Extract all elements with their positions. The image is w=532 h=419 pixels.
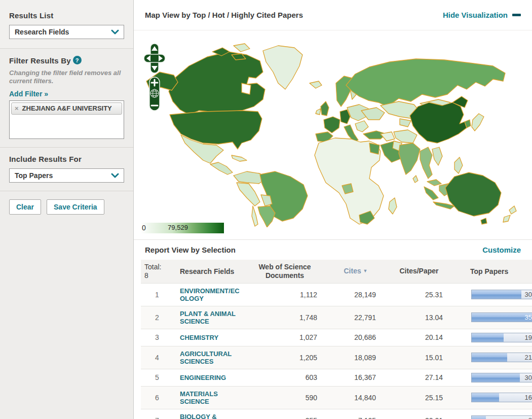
map-region-iran[interactable] [394, 130, 417, 143]
row-rank: 4 [141, 346, 173, 369]
map-region-new-zealand[interactable] [503, 215, 510, 222]
map-region-bolivia[interactable] [261, 195, 272, 206]
map-region-canada[interactable] [169, 52, 265, 115]
map-region-chile[interactable] [252, 206, 258, 226]
table-row: 3CHEMISTRY1,02720,68620.1419 [141, 329, 532, 346]
map-region-india[interactable] [399, 143, 420, 174]
row-rank: 3 [141, 329, 173, 346]
top-papers-value: 21 [525, 353, 532, 362]
results-list-dropdown[interactable]: Research Fields [9, 25, 124, 39]
map-area: 0 79,529 [134, 30, 532, 239]
save-criteria-button[interactable]: Save Criteria [47, 199, 104, 215]
include-results-dropdown-value: Top Papers [15, 171, 53, 180]
research-field-link[interactable]: AGRICULTURAL SCIENCES [180, 350, 242, 365]
wos-documents-value: 603 [244, 369, 325, 386]
map-region-arctic-island[interactable] [234, 44, 250, 52]
table-row: 2PLANT & ANIMAL SCIENCE1,74822,79113.043… [141, 306, 532, 329]
map-region-caribbean[interactable] [232, 155, 247, 161]
top-papers-value: 16 [525, 393, 532, 402]
map-region-usa[interactable] [170, 111, 262, 149]
column-header-cites-per-paper[interactable]: Cites/Paper [386, 260, 452, 283]
map-region-uk[interactable] [321, 101, 329, 116]
column-header-top-papers[interactable]: Top Papers [452, 260, 532, 283]
close-icon[interactable]: × [15, 104, 19, 112]
results-list-dropdown-value: Research Fields [15, 28, 69, 36]
column-header-cites-sorted[interactable]: Cites ▼ [325, 260, 386, 283]
map-region-japan[interactable] [472, 114, 484, 131]
map-region-iraq-syria[interactable] [381, 132, 395, 141]
filter-tag[interactable]: × ZHEJIANG A&F UNIVERSITY [11, 102, 122, 115]
top-papers-bar[interactable]: 16 [471, 393, 532, 402]
filter-title: Filter Results By? [9, 56, 124, 65]
wos-documents-value: 590 [244, 386, 325, 409]
clear-button[interactable]: Clear [9, 199, 41, 215]
row-rank: 6 [141, 386, 173, 409]
customize-link[interactable]: Customize [482, 246, 521, 254]
column-header-wos-documents[interactable]: Web of Science Documents [244, 260, 325, 283]
map-region-russia[interactable] [346, 59, 505, 107]
top-papers-bar[interactable]: 30 [471, 290, 532, 299]
map-region-sri-lanka[interactable] [413, 176, 418, 183]
add-filter-link[interactable]: Add Filter » [9, 90, 48, 98]
map-region-france[interactable] [324, 117, 340, 133]
cites-value: 22,791 [325, 306, 386, 329]
sidebar: Results List Research Fields Filter Resu… [0, 0, 134, 419]
report-table-body: 1ENVIRONMENT/ECOLOGY1,11228,14925.31302P… [141, 283, 532, 419]
row-rank: 1 [141, 283, 173, 306]
research-field-link[interactable]: BIOLOGY & BIOCHEMISTRY [180, 413, 242, 419]
top-papers-bar[interactable]: 21 [471, 353, 532, 362]
world-choropleth-map[interactable] [142, 34, 527, 227]
map-region-central-asia[interactable] [400, 119, 411, 127]
top-papers-bar-fill [472, 333, 504, 342]
map-region-philippines[interactable] [454, 157, 463, 173]
map-region-madagascar[interactable] [389, 198, 397, 214]
research-field-link[interactable]: ENGINEERING [180, 374, 242, 381]
map-region-argentina[interactable] [258, 206, 275, 227]
top-papers-bar-fill [472, 393, 499, 402]
legend-gradient-bar: 0 79,529 [141, 223, 224, 233]
map-region-balkans[interactable] [355, 121, 368, 132]
map-region-malaysia[interactable] [427, 180, 441, 186]
map-region-iceland[interactable] [310, 81, 322, 88]
map-region-greenland[interactable] [263, 46, 302, 89]
map-region-peru[interactable] [237, 183, 260, 206]
top-papers-bar[interactable]: 19 [471, 333, 532, 342]
include-results-dropdown[interactable]: Top Papers [9, 168, 124, 183]
map-region-central-america[interactable] [210, 162, 233, 174]
pan-control[interactable] [144, 44, 165, 73]
top-papers-value: 19 [525, 333, 532, 342]
top-papers-bar-fill [472, 313, 532, 322]
app-window: Results List Research Fields Filter Resu… [0, 0, 532, 419]
map-region-tasmania[interactable] [481, 218, 487, 224]
question-icon[interactable]: ? [73, 56, 82, 64]
map-view-title: Map View by Top / Hot / Highly Cited Pap… [145, 11, 303, 19]
research-field-link[interactable]: MATERIALS SCIENCE [180, 390, 242, 405]
map-region-myanmar-thailand[interactable] [420, 147, 432, 179]
top-papers-bar[interactable]: 30 [471, 373, 532, 382]
zoom-control[interactable] [149, 77, 160, 111]
map-region-ireland[interactable] [316, 109, 321, 115]
include-results-section: Include Results For Top Papers [0, 148, 133, 191]
research-field-link[interactable]: ENVIRONMENT/ECOLOGY [180, 287, 242, 302]
map-region-australia[interactable] [445, 172, 501, 216]
top-papers-value: 8 [528, 416, 532, 419]
map-region-sumatra[interactable] [424, 187, 438, 200]
map-region-egypt[interactable] [369, 143, 379, 154]
results-list-section: Results List Research Fields [0, 0, 133, 48]
research-field-link[interactable]: PLANT & ANIMAL SCIENCE [180, 310, 242, 325]
cites-value: 20,686 [325, 329, 386, 346]
hide-visualization-link[interactable]: Hide Visualization [443, 11, 521, 19]
active-filters-box: × ZHEJIANG A&F UNIVERSITY [9, 100, 124, 139]
cites-value: 16,367 [325, 369, 386, 386]
column-header-research-fields[interactable]: Research Fields [173, 260, 244, 283]
chevron-down-icon [111, 171, 119, 180]
cites-value: 28,149 [325, 283, 386, 306]
top-papers-bar[interactable]: 35 [471, 312, 532, 322]
top-papers-bar[interactable]: 8 [471, 415, 532, 419]
map-region-vietnam[interactable] [432, 147, 442, 165]
map-region-china[interactable] [410, 102, 467, 143]
top-papers-bar-fill [472, 416, 486, 419]
map-region-new-zealand[interactable] [509, 206, 516, 214]
research-field-link[interactable]: CHEMISTRY [180, 334, 242, 341]
wos-documents-value: 1,112 [244, 283, 325, 306]
